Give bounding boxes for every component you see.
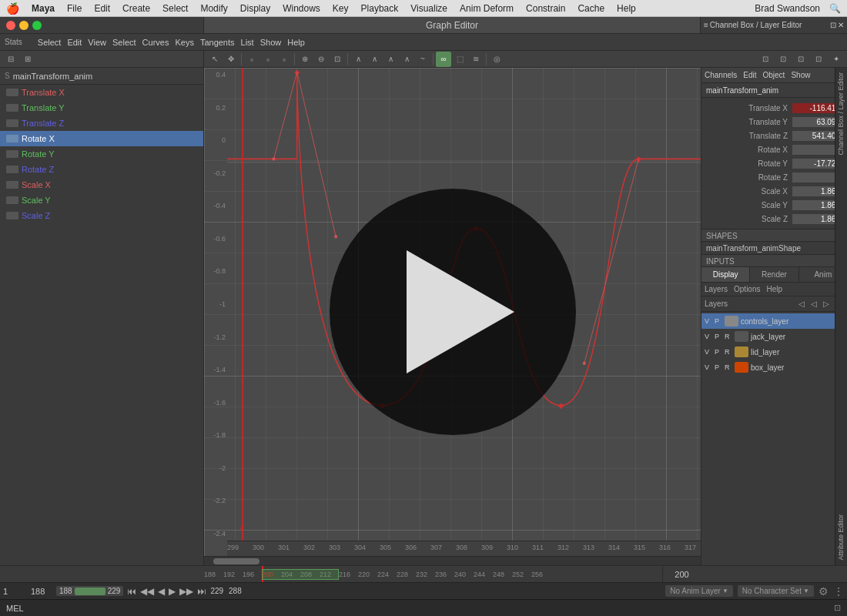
menu-ge-list[interactable]: List — [241, 38, 254, 47]
menu-select[interactable]: Select — [162, 3, 188, 14]
layer-box[interactable]: V P R box_layer — [701, 360, 847, 375]
ls-layers[interactable]: Layers — [705, 285, 728, 293]
menu-windows[interactable]: Windows — [283, 3, 320, 14]
menu-create[interactable]: Create — [122, 3, 150, 14]
mel-input[interactable] — [30, 604, 828, 613]
range-start[interactable]: 188 — [59, 587, 72, 595]
menu-cache[interactable]: Cache — [578, 3, 604, 14]
end-frame[interactable]: 188 — [31, 587, 54, 596]
rp-icon-1[interactable]: ⊡ — [758, 52, 773, 67]
tangent-tool-5[interactable]: ~ — [415, 52, 430, 67]
tc-step-back[interactable]: ◀◀ — [139, 585, 156, 598]
menu-ge-help[interactable]: Help — [287, 38, 305, 47]
normalize-tool[interactable]: ≋ — [468, 52, 484, 67]
graph-scrollbar[interactable] — [204, 556, 701, 565]
zoom-in[interactable]: ⊕ — [297, 52, 313, 67]
menu-ge-curves[interactable]: Curves — [142, 38, 169, 47]
menu-ge-select2[interactable]: Select — [112, 38, 136, 47]
key-tool-3[interactable]: ⬦ — [276, 52, 292, 67]
layer-p-jack[interactable]: P — [715, 333, 722, 340]
menu-key[interactable]: Key — [333, 3, 349, 14]
tangent-tool-4[interactable]: ∧ — [399, 52, 414, 67]
channel-item-sy[interactable]: Scale Y — [0, 192, 203, 208]
menu-ge-edit[interactable]: Edit — [67, 38, 82, 47]
vtab-attribute-editor[interactable]: Attribute Editor — [835, 510, 847, 565]
tc-play[interactable]: ▶ — [167, 585, 177, 598]
ls-options[interactable]: Options — [734, 285, 760, 293]
layer-jack[interactable]: V P R jack_layer — [701, 329, 847, 344]
layer-v-jack[interactable]: V — [705, 333, 712, 340]
channel-item-tx[interactable]: Translate X — [0, 85, 203, 100]
channel-item-tz[interactable]: Translate Z — [0, 116, 203, 131]
layer-v-lid[interactable]: V — [705, 348, 712, 356]
tangent-tool-3[interactable]: ∧ — [383, 52, 398, 67]
menu-playback[interactable]: Playback — [361, 3, 399, 14]
channel-item-ry[interactable]: Rotate Y — [0, 146, 203, 162]
rp-expand-icon[interactable]: ⊡ — [830, 21, 836, 29]
layer-v-box[interactable]: V — [705, 363, 712, 371]
menu-anim-deform[interactable]: Anim Deform — [460, 3, 514, 14]
no-char-set[interactable]: No Character Set ▼ — [738, 585, 814, 597]
channel-item-sx[interactable]: Scale X — [0, 177, 203, 192]
app-name[interactable]: Maya — [32, 3, 55, 14]
key-tool-2[interactable]: ⬦ — [260, 52, 276, 67]
maximize-button[interactable] — [32, 21, 42, 30]
layer-v-controls[interactable]: V — [705, 317, 712, 325]
frame-all[interactable]: ⊡ — [330, 52, 345, 67]
move-tool[interactable]: ✥ — [223, 52, 239, 67]
ls-help[interactable]: Help — [766, 285, 782, 293]
pb-more-icon[interactable]: ⋮ — [833, 585, 844, 598]
mel-script-icon[interactable]: ⊡ — [834, 603, 841, 613]
select-tool[interactable]: ↖ — [207, 52, 223, 67]
tangent-tool-2[interactable]: ∧ — [367, 52, 382, 67]
tc-skip-fwd[interactable]: ⏭ — [196, 585, 208, 598]
menu-ge-tangents[interactable]: Tangents — [200, 38, 235, 47]
key-tool-1[interactable]: ⬦ — [244, 52, 259, 67]
menu-ge-keys[interactable]: Keys — [175, 38, 193, 47]
cb-menu-channels[interactable]: Channels — [705, 71, 737, 79]
buffer-tool[interactable]: ⬚ — [452, 52, 467, 67]
rp-close-icon[interactable]: ✕ — [838, 21, 844, 29]
menu-modify[interactable]: Modify — [200, 3, 227, 14]
menu-file[interactable]: File — [67, 3, 82, 14]
minimize-button[interactable] — [19, 21, 28, 30]
menu-constrain[interactable]: Constrain — [526, 3, 565, 14]
zoom-out[interactable]: ⊖ — [313, 52, 329, 67]
apple-menu[interactable]: 🍎 — [6, 2, 19, 15]
layer-p-box[interactable]: P — [715, 363, 722, 371]
layer-r-box[interactable]: R — [725, 363, 732, 371]
out-frame[interactable]: 288 — [229, 587, 242, 595]
start-frame[interactable]: 1 — [3, 587, 26, 596]
vtab-channel-box[interactable]: Channel Box / Layer Editor — [835, 68, 847, 160]
layer-p-lid[interactable]: P — [715, 348, 722, 356]
tangent-tool-1[interactable]: ∧ — [350, 52, 366, 67]
timeline-track[interactable]: 188 192 196 200 204 208 212 216 220 224 … — [204, 566, 701, 582]
timeline-range[interactable] — [262, 569, 339, 580]
layer-controls[interactable]: V P controls_layer — [701, 313, 847, 329]
layer-btn-3[interactable]: ▷ — [821, 299, 832, 309]
infinity-tool[interactable]: ∞ — [436, 52, 451, 67]
range-end[interactable]: 229 — [108, 587, 121, 595]
channel-item-rz[interactable]: Rotate Z — [0, 162, 203, 177]
tc-back[interactable]: ◀ — [156, 585, 166, 598]
shapes-name[interactable]: mainTransform_animShape — [706, 244, 801, 253]
menu-visualize[interactable]: Visualize — [410, 3, 447, 14]
layer-r-lid[interactable]: R — [725, 348, 732, 356]
menu-ge-view[interactable]: View — [88, 38, 106, 47]
rp-star-icon[interactable]: ✦ — [829, 52, 844, 67]
tc-skip-back[interactable]: ⏮ — [126, 585, 138, 598]
cb-menu-show[interactable]: Show — [791, 71, 810, 79]
channel-item-ty[interactable]: Translate Y — [0, 100, 203, 116]
cb-menu-object[interactable]: Object — [763, 71, 785, 79]
layer-btn-1[interactable]: ◁ — [796, 299, 807, 309]
rp-icon-2[interactable]: ⊡ — [775, 52, 791, 67]
menu-edit[interactable]: Edit — [94, 3, 110, 14]
search-icon[interactable]: 🔍 — [829, 3, 841, 14]
rp-icon-3[interactable]: ⊡ — [793, 52, 808, 67]
layer-r-jack[interactable]: R — [725, 333, 732, 340]
mute-tool[interactable]: ◎ — [489, 52, 504, 67]
layer-btn-2[interactable]: ◁ — [808, 299, 819, 309]
close-button[interactable] — [6, 21, 15, 30]
tab-render[interactable]: Render — [750, 267, 798, 282]
channel-item-sz[interactable]: Scale Z — [0, 208, 203, 223]
